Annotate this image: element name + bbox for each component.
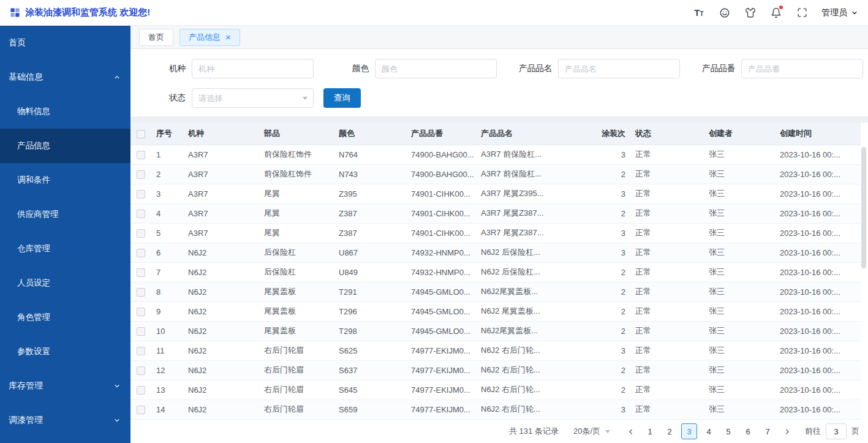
sidebar-item-0[interactable]: 首页 xyxy=(0,26,130,60)
query-button[interactable]: 查询 xyxy=(323,88,361,108)
sidebar-item-label: 参数设置 xyxy=(17,346,50,357)
cell-creator: 张三 xyxy=(704,164,775,184)
cell-no: 13 xyxy=(151,380,183,399)
cell-name: N6J2 右后门轮... xyxy=(476,380,551,399)
cell-creator: 张三 xyxy=(704,243,775,262)
cell-times: 2 xyxy=(551,282,630,301)
cell-part: 尾翼 xyxy=(259,184,334,203)
cell-created: 2023-10-16 00:... xyxy=(775,203,861,223)
notification-bell-icon[interactable] xyxy=(770,7,782,19)
cell-times: 2 xyxy=(551,360,630,380)
app-title: 涂装油漆调和监管系统 欢迎您! xyxy=(25,7,150,18)
column-header-model: 机种 xyxy=(183,123,259,145)
sidebar-item-2[interactable]: 物料信息 xyxy=(0,94,130,129)
prev-page-button[interactable] xyxy=(622,423,638,439)
row-checkbox[interactable] xyxy=(137,288,145,297)
page-button-6[interactable]: 6 xyxy=(740,423,756,439)
sidebar-item-8[interactable]: 角色管理 xyxy=(0,300,130,335)
row-checkbox[interactable] xyxy=(137,268,145,277)
cell-name: A3R7 前保险杠... xyxy=(476,164,551,184)
goto-page-input[interactable] xyxy=(826,423,847,439)
cell-creator: 张三 xyxy=(704,321,775,341)
model-input[interactable] xyxy=(192,59,314,78)
page-button-2[interactable]: 2 xyxy=(662,423,677,439)
page-button-4[interactable]: 4 xyxy=(701,423,717,439)
table-row: 1A3R7前保险杠饰件N76474900-BAHG00...A3R7 前保险杠.… xyxy=(130,145,861,164)
cell-status: 正常 xyxy=(630,184,704,203)
row-checkbox[interactable] xyxy=(137,308,145,316)
cell-part_no: 74901-CIHK00... xyxy=(406,223,476,243)
cell-part: 右后门轮眉 xyxy=(259,399,334,419)
tab-bar: 首页 产品信息 × xyxy=(130,26,868,49)
row-checkbox[interactable] xyxy=(137,386,145,395)
user-name: 管理员 xyxy=(821,7,847,18)
sidebar-item-5[interactable]: 供应商管理 xyxy=(0,197,130,232)
cell-status: 正常 xyxy=(630,282,704,301)
total-records: 共 131 条记录 xyxy=(509,426,559,437)
sidebar-item-4[interactable]: 调和条件 xyxy=(0,163,130,197)
row-checkbox[interactable] xyxy=(137,190,145,199)
row-checkbox[interactable] xyxy=(137,151,145,159)
font-size-icon[interactable]: TT xyxy=(693,7,705,19)
goto-page: 前往 页 xyxy=(805,423,859,439)
status-select[interactable] xyxy=(192,88,314,108)
page-button-1[interactable]: 1 xyxy=(642,423,658,439)
row-checkbox[interactable] xyxy=(137,170,145,179)
row-checkbox[interactable] xyxy=(137,327,145,336)
sidebar-item-7[interactable]: 人员设定 xyxy=(0,266,130,300)
color-input[interactable] xyxy=(375,59,497,78)
cell-no: 4 xyxy=(151,203,183,223)
row-checkbox[interactable] xyxy=(137,406,145,414)
cell-times: 2 xyxy=(551,203,630,223)
cell-color: U849 xyxy=(334,262,406,282)
top-header: 涂装油漆调和监管系统 欢迎您! TT xyxy=(0,0,868,26)
row-checkbox[interactable] xyxy=(137,347,145,355)
goto-unit: 页 xyxy=(851,426,859,437)
cell-times: 3 xyxy=(551,184,630,203)
cell-no: 11 xyxy=(151,341,183,360)
user-menu[interactable]: 管理员 xyxy=(821,7,858,18)
field-model: 机种 xyxy=(130,59,314,78)
row-checkbox[interactable] xyxy=(137,229,145,238)
row-checkbox[interactable] xyxy=(137,366,145,375)
cell-created: 2023-10-16 00:... xyxy=(775,360,861,380)
page-size-select[interactable]: 20条/页 xyxy=(573,426,610,437)
sidebar-item-10[interactable]: 库存管理 xyxy=(0,369,130,403)
cell-model: N6J2 xyxy=(183,360,259,380)
cell-status: 正常 xyxy=(630,203,704,223)
table-scrollbar[interactable] xyxy=(861,147,866,268)
tab-product-info[interactable]: 产品信息 × xyxy=(179,29,240,46)
row-checkbox[interactable] xyxy=(137,210,145,218)
page-button-5[interactable]: 5 xyxy=(720,423,736,439)
skin-shirt-icon[interactable] xyxy=(744,7,757,19)
fullscreen-icon[interactable] xyxy=(796,7,808,19)
cell-color: N743 xyxy=(334,164,406,184)
table-row: 14N6J2右后门轮眉S65974977-EKIJM0...N6J2 右后门轮.… xyxy=(130,399,861,419)
row-checkbox[interactable] xyxy=(137,249,145,257)
table-body: 1A3R7前保险杠饰件N76474900-BAHG00...A3R7 前保险杠.… xyxy=(130,145,861,419)
sidebar-item-1[interactable]: 基础信息 xyxy=(0,60,130,94)
cell-color: S659 xyxy=(334,399,406,419)
tab-home[interactable]: 首页 xyxy=(139,29,173,46)
cell-status: 正常 xyxy=(630,321,704,341)
select-all-checkbox[interactable] xyxy=(137,130,145,138)
cell-no: 2 xyxy=(151,164,183,184)
sidebar-item-9[interactable]: 参数设置 xyxy=(0,335,130,369)
next-page-button[interactable] xyxy=(779,423,795,439)
table-row: 8N6J2尾翼盖板T29174945-GMLO0...N6J2尾翼盖板...2正… xyxy=(130,282,861,301)
sidebar-item-6[interactable]: 仓库管理 xyxy=(0,232,130,266)
product-name-input[interactable] xyxy=(558,59,680,78)
cell-color: S637 xyxy=(334,360,406,380)
theme-face-icon[interactable] xyxy=(719,7,731,19)
sidebar-item-3[interactable]: 产品信息 xyxy=(0,129,130,163)
cell-model: A3R7 xyxy=(183,203,259,223)
sidebar-item-11[interactable]: 调漆管理 xyxy=(0,403,130,437)
page-button-7[interactable]: 7 xyxy=(760,423,776,439)
cell-creator: 张三 xyxy=(704,301,775,321)
tab-close-icon[interactable]: × xyxy=(225,32,231,42)
cell-created: 2023-10-16 00:... xyxy=(775,184,861,203)
page-button-3[interactable]: 3 xyxy=(681,423,697,439)
cell-creator: 张三 xyxy=(704,399,775,419)
cell-part: 尾翼盖板 xyxy=(259,321,334,341)
product-number-input[interactable] xyxy=(741,59,863,78)
